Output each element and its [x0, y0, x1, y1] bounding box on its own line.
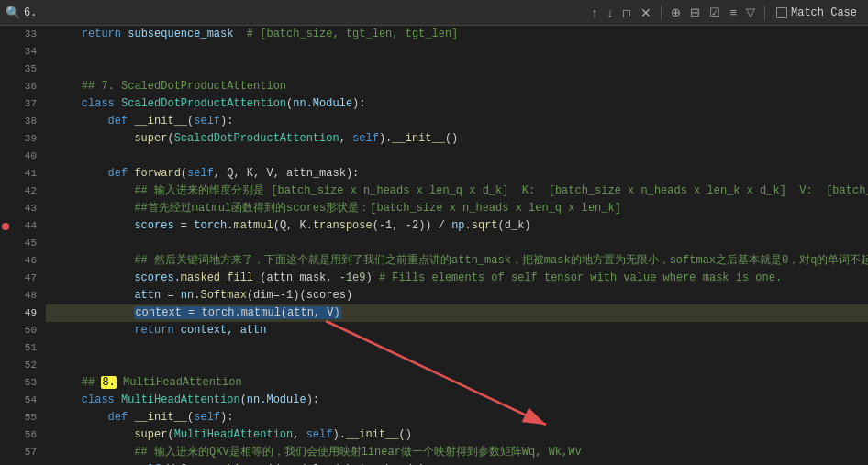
line-number: 33: [0, 26, 46, 43]
code-line-58: 58 self.W_Q = nn.Linear(d_model, d_k * n…: [0, 461, 868, 465]
line-content[interactable]: ## 然后关键词地方来了，下面这个就是用到了我们之前重点讲的attn_mask，…: [46, 252, 868, 270]
code-line-38: 38 def __init__(self):: [0, 113, 868, 130]
line-content[interactable]: [46, 357, 868, 374]
split-button[interactable]: ⊟: [686, 4, 704, 21]
nav-up-button[interactable]: ↑: [587, 4, 601, 22]
line-content[interactable]: def forward(self, Q, K, V, attn_mask):: [46, 165, 868, 183]
code-line-43: 43 ##首先经过matmul函数得到的scores形状是：[batch_siz…: [0, 200, 868, 217]
line-number: 40: [0, 148, 46, 165]
line-number: 43: [0, 200, 46, 217]
code-line-50: 50 return context, attn: [0, 322, 868, 339]
code-line-34: 34: [0, 43, 868, 61]
code-line-55: 55 def __init__(self):: [0, 409, 868, 426]
breakpoint-dot: [2, 223, 9, 230]
line-number: 38: [0, 113, 46, 130]
lines-container: 33 return subsequence_mask # [batch_size…: [0, 26, 868, 465]
code-line-52: 52: [0, 357, 868, 374]
code-line-39: 39 super(ScaledDotProductAttention, self…: [0, 130, 868, 148]
line-content[interactable]: return subsequence_mask # [batch_size, t…: [46, 26, 868, 43]
line-number: 37: [0, 95, 46, 113]
code-lines: 33 return subsequence_mask # [batch_size…: [0, 26, 868, 465]
code-line-57: 57 ## 输入进来的QKV是相等的，我们会使用映射linear做一个映射得到参…: [0, 444, 868, 461]
line-content[interactable]: [46, 148, 868, 165]
code-line-46: 46 ## 然后关键词地方来了，下面这个就是用到了我们之前重点讲的attn_ma…: [0, 252, 868, 270]
line-number: 41: [0, 165, 46, 183]
code-line-45: 45: [0, 235, 868, 252]
line-content[interactable]: ## 7. ScaledDotProductAttention: [46, 78, 868, 95]
search-input[interactable]: [24, 6, 345, 19]
line-number: 45: [0, 235, 46, 252]
line-number: 42: [0, 183, 46, 200]
nav-file-button[interactable]: ◻: [618, 5, 635, 21]
code-line-37: 37 class ScaledDotProductAttention(nn.Mo…: [0, 95, 868, 113]
line-content[interactable]: ## 输入进来的QKV是相等的，我们会使用映射linear做一个映射得到参数矩阵…: [46, 444, 868, 461]
line-number: 34: [0, 43, 46, 61]
separator: [661, 6, 662, 20]
line-content[interactable]: ## 8. MultiHeadAttention: [46, 374, 868, 392]
line-number: 54: [0, 392, 46, 409]
code-line-36: 36 ## 7. ScaledDotProductAttention: [0, 78, 868, 95]
line-content[interactable]: ## 输入进来的维度分别是 [batch_size x n_heads x le…: [46, 183, 868, 200]
line-number: 50: [0, 322, 46, 339]
line-content[interactable]: attn = nn.Softmax(dim=-1)(scores): [46, 287, 868, 304]
line-content[interactable]: def __init__(self):: [46, 113, 868, 130]
code-line-44: 44 scores = torch.matmul(Q, K.transpose(…: [0, 217, 868, 235]
code-line-40: 40: [0, 148, 868, 165]
line-content[interactable]: class ScaledDotProductAttention(nn.Modul…: [46, 95, 868, 113]
add-cursor-button[interactable]: ⊕: [667, 4, 684, 21]
line-number: 56: [0, 426, 46, 444]
code-line-41: 41 def forward(self, Q, K, V, attn_mask)…: [0, 165, 868, 183]
code-line-47: 47 scores.masked_fill_(attn_mask, -1e9) …: [0, 270, 868, 287]
code-line-56: 56 super(MultiHeadAttention, self).__ini…: [0, 426, 868, 444]
line-content[interactable]: scores = torch.matmul(Q, K.transpose(-1,…: [46, 217, 868, 235]
line-content[interactable]: ##首先经过matmul函数得到的scores形状是：[batch_size x…: [46, 200, 868, 217]
line-content[interactable]: scores.masked_fill_(attn_mask, -1e9) # F…: [46, 270, 868, 287]
code-line-42: 42 ## 输入进来的维度分别是 [batch_size x n_heads x…: [0, 183, 868, 200]
code-line-54: 54 class MultiHeadAttention(nn.Module):: [0, 392, 868, 409]
separator2: [764, 6, 765, 20]
editor-wrap: 33 return subsequence_mask # [batch_size…: [0, 26, 868, 465]
line-content[interactable]: self.W_Q = nn.Linear(d_model, d_k * n_he…: [46, 461, 868, 465]
list-button[interactable]: ≡: [726, 4, 740, 21]
line-number: 53: [0, 374, 46, 392]
line-content[interactable]: [46, 235, 868, 252]
line-content[interactable]: context = torch.matmul(attn, V): [46, 304, 868, 322]
filter-button[interactable]: ▽: [742, 4, 759, 21]
checkbox-button[interactable]: ☑: [706, 4, 724, 21]
code-line-33: 33 return subsequence_mask # [batch_size…: [0, 26, 868, 43]
search-controls: ↑ ↓ ◻ ✕ ⊕ ⊟ ☑ ≡ ▽ Match Case: [587, 4, 862, 22]
line-content[interactable]: [46, 61, 868, 78]
line-content[interactable]: class MultiHeadAttention(nn.Module):: [46, 392, 868, 409]
line-content[interactable]: super(MultiHeadAttention, self).__init__…: [46, 426, 868, 444]
line-number: 52: [0, 357, 46, 374]
code-line-51: 51: [0, 339, 868, 357]
code-line-49: 49 context = torch.matmul(attn, V): [0, 304, 868, 322]
search-icon: 🔍: [6, 6, 20, 20]
line-content[interactable]: [46, 339, 868, 357]
search-bar: 🔍 ↑ ↓ ◻ ✕ ⊕ ⊟ ☑ ≡ ▽ Match Case: [0, 0, 868, 26]
close-button[interactable]: ✕: [637, 4, 655, 22]
line-number: 55: [0, 409, 46, 426]
code-line-48: 48 attn = nn.Softmax(dim=-1)(scores): [0, 287, 868, 304]
line-number: 46: [0, 252, 46, 270]
match-case-label: Match Case: [791, 6, 857, 19]
nav-down-button[interactable]: ↓: [603, 4, 617, 22]
line-number: 35: [0, 61, 46, 78]
line-content[interactable]: super(ScaledDotProductAttention, self)._…: [46, 130, 868, 148]
line-content[interactable]: return context, attn: [46, 322, 868, 339]
line-number: 48: [0, 287, 46, 304]
line-number: 57: [0, 444, 46, 461]
line-number: 58: [0, 461, 46, 465]
match-case-button[interactable]: Match Case: [771, 5, 862, 21]
line-content[interactable]: def __init__(self):: [46, 409, 868, 426]
match-case-checkbox: [776, 7, 787, 18]
code-line-35: 35: [0, 61, 868, 78]
line-content[interactable]: [46, 43, 868, 61]
line-number: 47: [0, 270, 46, 287]
line-number: 39: [0, 130, 46, 148]
line-number: 49: [0, 304, 46, 322]
selected-text: context = torch.matmul(attn, V): [134, 306, 340, 319]
line-number: 51: [0, 339, 46, 357]
line-number: 36: [0, 78, 46, 95]
code-line-53: 53 ## 8. MultiHeadAttention: [0, 374, 868, 392]
